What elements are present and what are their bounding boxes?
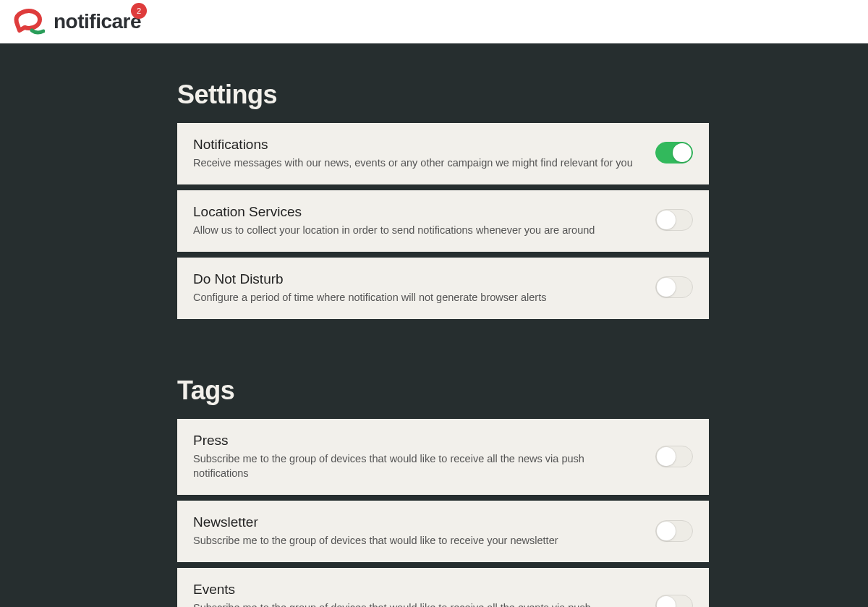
- setting-row-dnd: Do Not Disturb Configure a period of tim…: [177, 258, 709, 319]
- section-title-settings: Settings: [177, 80, 709, 110]
- tag-text: Events Subscribe me to the group of devi…: [193, 581, 641, 607]
- toggle-newsletter[interactable]: [655, 520, 693, 542]
- toggle-press[interactable]: [655, 446, 693, 467]
- setting-title: Notifications: [193, 136, 641, 154]
- page-body: Settings Notifications Receive messages …: [0, 43, 868, 607]
- section-title-tags: Tags: [177, 375, 709, 406]
- setting-row-location: Location Services Allow us to collect yo…: [177, 190, 709, 252]
- setting-text: Notifications Receive messages with our …: [193, 136, 641, 170]
- tag-title: Events: [193, 581, 641, 599]
- setting-text: Location Services Allow us to collect yo…: [193, 203, 641, 237]
- setting-title: Location Services: [193, 203, 641, 221]
- tag-text: Press Subscribe me to the group of devic…: [193, 432, 641, 480]
- toggle-location[interactable]: [655, 209, 693, 231]
- setting-description: Receive messages with our news, events o…: [193, 156, 641, 170]
- setting-description: Allow us to collect your location in ord…: [193, 223, 641, 237]
- toggle-notifications[interactable]: [655, 142, 693, 164]
- notification-badge[interactable]: 2: [131, 3, 147, 19]
- brand-logo[interactable]: notificare 2: [13, 9, 141, 35]
- setting-row-notifications: Notifications Receive messages with our …: [177, 123, 709, 184]
- tag-row-events: Events Subscribe me to the group of devi…: [177, 568, 709, 607]
- tag-description: Subscribe me to the group of devices tha…: [193, 600, 641, 607]
- toggle-events[interactable]: [655, 595, 693, 607]
- tag-row-press: Press Subscribe me to the group of devic…: [177, 419, 709, 495]
- brand-mark-icon: [13, 9, 45, 35]
- brand-name: notificare: [54, 10, 141, 33]
- header: notificare 2: [0, 0, 868, 43]
- tag-title: Press: [193, 432, 641, 450]
- setting-text: Do Not Disturb Configure a period of tim…: [193, 271, 641, 305]
- setting-description: Configure a period of time where notific…: [193, 290, 641, 305]
- setting-title: Do Not Disturb: [193, 271, 641, 289]
- toggle-dnd[interactable]: [655, 276, 693, 298]
- tag-title: Newsletter: [193, 514, 641, 532]
- tag-description: Subscribe me to the group of devices tha…: [193, 451, 641, 481]
- tag-text: Newsletter Subscribe me to the group of …: [193, 514, 641, 548]
- tag-description: Subscribe me to the group of devices tha…: [193, 533, 641, 548]
- tag-row-newsletter: Newsletter Subscribe me to the group of …: [177, 501, 709, 562]
- content-container: Settings Notifications Receive messages …: [177, 80, 709, 607]
